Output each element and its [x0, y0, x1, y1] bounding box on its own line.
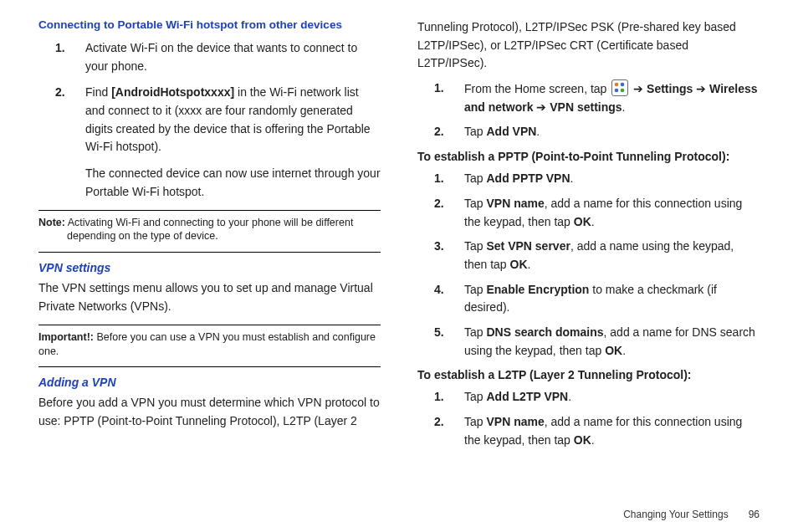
step-number: 1.	[55, 39, 65, 58]
list-item: 1. Activate Wi-Fi on the device that wan…	[38, 39, 381, 75]
text-fragment: Tap	[464, 390, 486, 403]
text-fragment: .	[591, 215, 595, 228]
section-heading-connecting: Connecting to Portable Wi-Fi hotspot fro…	[38, 18, 381, 31]
action-label: Add VPN	[486, 125, 536, 138]
text-fragment: Tap	[464, 197, 486, 210]
followup-paragraph: The connected device can now use interne…	[85, 165, 381, 201]
section-heading-adding-vpn: Adding a VPN	[38, 376, 381, 389]
text-fragment: .	[591, 433, 595, 447]
text-fragment: .	[536, 125, 540, 138]
action-label: Add L2TP VPN	[486, 390, 568, 403]
step-text: From the Home screen, tap ➔ Settings ➔ W…	[464, 82, 758, 114]
paragraph: Before you add a VPN you must determine …	[38, 394, 381, 430]
subheading-pptp: To establish a PPTP (Point-to-Point Tunn…	[417, 150, 760, 163]
step-text: Tap VPN name, add a name for this connec…	[464, 415, 742, 447]
step-text: Find [AndroidHotspotxxxx] in the Wi-Fi n…	[85, 85, 371, 153]
step-number: 5.	[434, 324, 444, 342]
steps-connect-hotspot: 1. Activate Wi-Fi on the device that wan…	[38, 39, 381, 156]
step-text: Activate Wi-Fi on the device that wants …	[85, 41, 357, 73]
steps-open-vpn-settings: 1. From the Home screen, tap ➔ Settings …	[417, 79, 760, 141]
text-fragment: Tap	[464, 125, 486, 138]
action-label: Add PPTP VPN	[486, 171, 570, 185]
important-block: Important!: Before you can use a VPN you…	[38, 330, 381, 359]
text-fragment: Tap	[464, 325, 486, 339]
arrow-icon: ➔	[533, 100, 550, 114]
action-label: OK	[574, 215, 591, 228]
action-label: OK	[574, 433, 591, 447]
right-column: Tunneling Protocol), L2TP/IPSec PSK (Pre…	[417, 17, 760, 485]
page-footer: Changing Your Settings 96	[623, 509, 760, 520]
text-fragment: .	[622, 344, 626, 357]
note-text: Activating Wi-Fi and connecting to your …	[65, 217, 353, 243]
step-number: 1.	[434, 79, 444, 98]
step-text: Tap Add PPTP VPN.	[464, 171, 573, 185]
list-item: 2. Tap Add VPN.	[417, 123, 760, 141]
svg-point-0	[615, 83, 619, 87]
step-number: 2.	[55, 84, 65, 102]
menu-path-item: VPN settings	[550, 100, 622, 114]
arrow-icon: ➔	[630, 82, 647, 95]
action-label: DNS search domains	[486, 325, 603, 339]
divider	[38, 252, 381, 253]
step-text: Tap Enable Encryption to make a checkmar…	[464, 283, 717, 315]
text-fragment: Tap	[464, 415, 486, 428]
step-text: Tap DNS search domains, add a name for D…	[464, 325, 755, 357]
menu-path-item: Settings	[647, 82, 693, 95]
divider	[38, 325, 381, 325]
note-label: Note:	[38, 217, 65, 228]
important-label: Important!:	[38, 331, 94, 343]
text-fragment: Tap	[464, 283, 486, 296]
ssid-placeholder: [AndroidHotspotxxxx]	[111, 85, 234, 99]
list-item: 4. Tap Enable Encryption to make a check…	[417, 281, 760, 317]
step-text: Tap VPN name, add a name for this connec…	[464, 197, 742, 228]
list-item: 3. Tap Set VPN server, add a name using …	[417, 238, 760, 274]
list-item: 1. Tap Add PPTP VPN.	[417, 170, 760, 188]
text-fragment: Tap	[464, 171, 486, 185]
divider	[38, 366, 381, 367]
two-column-layout: Connecting to Portable Wi-Fi hotspot fro…	[38, 17, 760, 485]
text-fragment: .	[622, 100, 626, 114]
action-label: VPN name	[486, 415, 544, 428]
svg-point-3	[621, 89, 625, 93]
steps-pptp: 1. Tap Add PPTP VPN. 2. Tap VPN name, ad…	[417, 170, 760, 360]
steps-l2tp: 1. Tap Add L2TP VPN. 2. Tap VPN name, ad…	[417, 388, 760, 449]
step-number: 2.	[434, 195, 444, 213]
list-item: 1. From the Home screen, tap ➔ Settings …	[417, 79, 760, 116]
arrow-icon: ➔	[693, 82, 709, 95]
step-text: Tap Add L2TP VPN.	[464, 390, 571, 403]
step-number: 3.	[434, 238, 444, 256]
note-block: Note: Activating Wi-Fi and connecting to…	[38, 216, 381, 244]
list-item: 2. Tap VPN name, add a name for this con…	[417, 413, 760, 449]
divider	[38, 210, 381, 211]
step-number: 2.	[434, 123, 444, 141]
action-label: OK	[510, 258, 528, 271]
text-fragment: Find	[85, 85, 111, 99]
paragraph-continuation: Tunneling Protocol), L2TP/IPSec PSK (Pre…	[417, 18, 760, 73]
list-item: 2. Find [AndroidHotspotxxxx] in the Wi-F…	[38, 84, 381, 156]
apps-grid-icon	[611, 79, 628, 96]
paragraph: The VPN settings menu allows you to set …	[38, 279, 381, 315]
list-item: 2. Tap VPN name, add a name for this con…	[417, 195, 760, 231]
page-number: 96	[749, 509, 760, 520]
action-label: VPN name	[486, 197, 544, 210]
list-item: 5. Tap DNS search domains, add a name fo…	[417, 324, 760, 360]
subheading-l2tp: To establish a L2TP (Layer 2 Tunneling P…	[417, 368, 760, 381]
step-number: 4.	[434, 281, 444, 299]
footer-section-title: Changing Your Settings	[623, 509, 728, 520]
text-fragment: From the Home screen, tap	[464, 82, 610, 95]
section-heading-vpn-settings: VPN settings	[38, 261, 381, 274]
step-text: Tap Set VPN server, add a name using the…	[464, 239, 734, 271]
document-page: Connecting to Portable Wi-Fi hotspot fro…	[0, 0, 798, 532]
list-item: 1. Tap Add L2TP VPN.	[417, 388, 760, 407]
action-label: Enable Encryption	[486, 283, 589, 296]
text-fragment: .	[570, 171, 574, 185]
svg-point-1	[621, 83, 625, 87]
action-label: OK	[605, 344, 622, 357]
svg-point-2	[615, 89, 619, 93]
text-fragment: .	[568, 390, 571, 403]
text-fragment: .	[528, 258, 531, 271]
step-number: 1.	[434, 170, 444, 188]
left-column: Connecting to Portable Wi-Fi hotspot fro…	[38, 17, 381, 485]
step-number: 1.	[434, 388, 444, 407]
step-number: 2.	[434, 413, 444, 432]
